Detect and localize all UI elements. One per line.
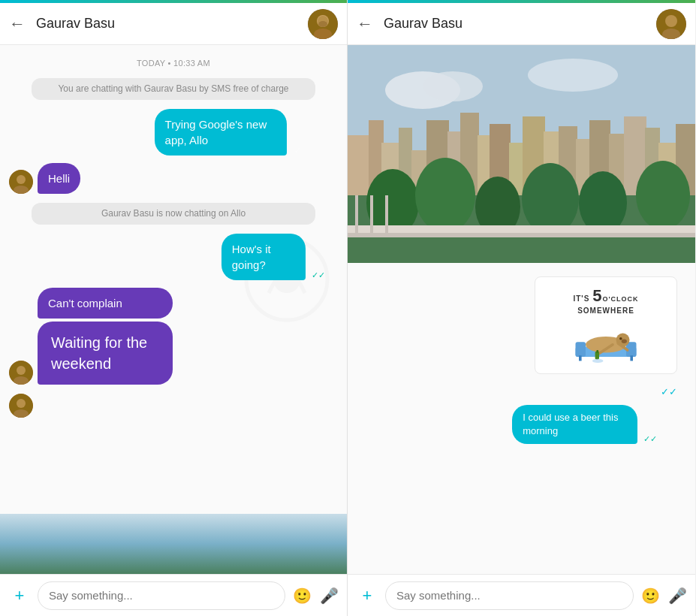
- avatar-left[interactable]: [308, 9, 338, 39]
- timestamp: TODAY • 10:33 AM: [9, 59, 338, 68]
- svg-point-11: [17, 366, 26, 375]
- outgoing-bubble-right: I could use a beer this morning: [512, 405, 637, 444]
- outgoing-msg-2-container: How's it going? ✓✓: [221, 234, 338, 280]
- message-input-left[interactable]: [38, 581, 285, 610]
- sticker-row: IT'S 5O'CLOCK SOMEWHERE: [357, 270, 686, 380]
- avatar-incoming-1: [9, 170, 33, 194]
- outgoing-tick-right: ✓✓: [643, 434, 657, 444]
- incoming-group-row: Can't complain Waiting for the weekend: [9, 288, 338, 385]
- message-input-right[interactable]: [385, 581, 634, 610]
- svg-rect-55: [385, 195, 388, 233]
- sticker-tick-row: ✓✓: [357, 386, 686, 397]
- right-chat-panel: ← Gaurav Basu: [348, 0, 695, 616]
- back-button-right[interactable]: ←: [357, 14, 373, 34]
- system-message-2: Gaurav Basu is now chatting on Allo: [32, 203, 315, 225]
- svg-rect-24: [348, 135, 370, 195]
- svg-point-8: [17, 175, 26, 184]
- input-bar-right: + 🙂 🎤: [348, 574, 695, 616]
- avatar-right[interactable]: [656, 9, 686, 39]
- outgoing-msg-1-container: Trying Google's new app, Allo ✓: [155, 109, 338, 156]
- back-button-left[interactable]: ←: [9, 14, 26, 34]
- incoming-bubble-2a: Can't complain: [38, 288, 173, 319]
- outgoing-bubble-1: Trying Google's new app, Allo: [155, 109, 287, 156]
- emoji-icon-left[interactable]: 🙂: [291, 585, 312, 606]
- chat-area-left: TODAY • 10:33 AM You are chatting with G…: [0, 45, 347, 514]
- svg-point-63: [622, 339, 627, 343]
- top-bar-left: ← Gaurav Basu: [0, 3, 347, 45]
- outgoing-msg-right-container: I could use a beer this morning ✓✓: [512, 405, 686, 444]
- svg-point-17: [665, 15, 677, 27]
- top-bar-right: ← Gaurav Basu: [348, 3, 695, 45]
- bottom-avatar-row: [9, 391, 338, 418]
- add-button-left[interactable]: +: [8, 584, 32, 608]
- emoji-icon-right[interactable]: 🙂: [640, 585, 661, 606]
- svg-point-4: [318, 21, 327, 27]
- mic-icon-right[interactable]: 🎤: [667, 585, 688, 606]
- photo-message[interactable]: [348, 45, 695, 263]
- outgoing-msg-2-row: How's it going? ✓✓: [9, 234, 338, 280]
- outgoing-msg-1-row: Trying Google's new app, Allo ✓: [9, 109, 338, 156]
- svg-rect-57: [576, 342, 586, 357]
- svg-point-22: [423, 71, 483, 101]
- contact-name-right: Gaurav Basu: [384, 16, 656, 32]
- svg-rect-53: [355, 195, 358, 233]
- svg-point-14: [17, 399, 26, 408]
- svg-rect-59: [579, 355, 582, 361]
- svg-rect-60: [630, 355, 633, 361]
- partial-photo-left: [0, 514, 347, 574]
- incoming-bubble-2b: Waiting for the weekend: [38, 322, 173, 385]
- tick-double-icon: ✓✓: [312, 270, 325, 280]
- tick-icon-1: ✓: [294, 146, 301, 156]
- outgoing-msg-right-row: I could use a beer this morning ✓✓: [357, 405, 686, 444]
- avatar-bottom: [9, 394, 33, 418]
- incoming-msg-1-row: Helli: [9, 163, 338, 194]
- svg-point-49: [579, 171, 627, 234]
- add-button-right[interactable]: +: [355, 584, 379, 608]
- city-photo-svg: [348, 45, 695, 263]
- svg-point-46: [415, 158, 475, 233]
- sticker-text: IT'S 5O'CLOCK SOMEWHERE: [573, 286, 638, 315]
- incoming-group: Can't complain Waiting for the weekend: [38, 288, 225, 385]
- chat-area-right: IT'S 5O'CLOCK SOMEWHERE: [348, 263, 695, 574]
- svg-rect-52: [348, 233, 695, 237]
- svg-rect-54: [370, 195, 373, 233]
- svg-point-48: [522, 163, 579, 235]
- system-message-1: You are chatting with Gaurav Basu by SMS…: [32, 78, 315, 100]
- svg-point-23: [528, 59, 618, 92]
- contact-name-left: Gaurav Basu: [36, 16, 308, 32]
- sloth-sticker-svg: [572, 316, 640, 364]
- svg-point-68: [592, 358, 603, 362]
- input-bar-left: + 🙂 🎤: [0, 574, 347, 616]
- mic-icon-left[interactable]: 🎤: [318, 585, 339, 606]
- sticker-tick: ✓✓: [661, 386, 677, 397]
- avatar-incoming-2: [9, 361, 33, 385]
- svg-point-64: [619, 337, 622, 340]
- incoming-bubble-1: Helli: [38, 163, 80, 194]
- sticker-card: IT'S 5O'CLOCK SOMEWHERE: [535, 276, 677, 374]
- outgoing-bubble-2: How's it going?: [221, 234, 306, 280]
- svg-point-50: [636, 161, 690, 230]
- svg-rect-67: [596, 350, 598, 353]
- left-chat-panel: ← Gaurav Basu TODAY • 10:33 AM You are c…: [0, 0, 348, 616]
